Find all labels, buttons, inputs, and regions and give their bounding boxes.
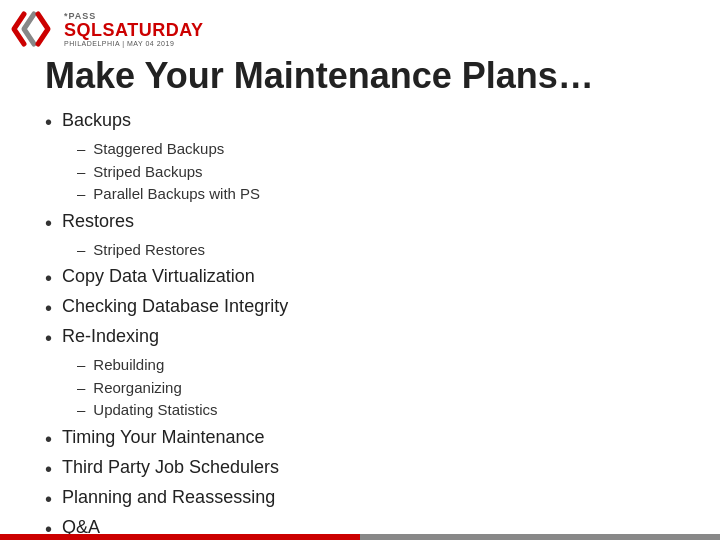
bullet-item-restores: •Restores [45, 209, 700, 237]
sub-label-parallel-backups: Parallel Backups with PS [93, 183, 260, 206]
sub-dash: – [77, 183, 85, 206]
sub-dash: – [77, 399, 85, 422]
sub-dash: – [77, 161, 85, 184]
bullet-label-re-indexing: Re-Indexing [62, 324, 159, 349]
bullet-label-planning-reassessing: Planning and Reassessing [62, 485, 275, 510]
bullet-dot: • [45, 485, 52, 513]
bullet-dot: • [45, 264, 52, 292]
bullet-label-copy-data-virt: Copy Data Virtualization [62, 264, 255, 289]
bullet-dot: • [45, 294, 52, 322]
bullet-item-checking-db-integrity: •Checking Database Integrity [45, 294, 700, 322]
sub-label-rebuilding: Rebuilding [93, 354, 164, 377]
content-area: •Backups–Staggered Backups–Striped Backu… [45, 108, 700, 540]
sub-items-backups: –Staggered Backups–Striped Backups–Paral… [77, 138, 700, 206]
bullet-item-planning-reassessing: •Planning and Reassessing [45, 485, 700, 513]
logo-area: *PASS SQLSATURDAY PHILADELPHIA | MAY 04 … [10, 10, 204, 48]
sqlsaturday-label: SQLSATURDAY [64, 21, 204, 39]
location-label: PHILADELPHIA | MAY 04 2019 [64, 40, 204, 47]
sub-item-staggered-backups: –Staggered Backups [77, 138, 700, 161]
logo-chevron-icon [10, 10, 58, 48]
bottom-bar [0, 534, 720, 540]
bullet-dot: • [45, 455, 52, 483]
logo-text: *PASS SQLSATURDAY PHILADELPHIA | MAY 04 … [64, 11, 204, 47]
sub-label-reorganizing: Reorganizing [93, 377, 181, 400]
bullet-label-third-party-schedulers: Third Party Job Schedulers [62, 455, 279, 480]
sub-label-staggered-backups: Staggered Backups [93, 138, 224, 161]
sub-dash: – [77, 239, 85, 262]
bullet-item-third-party-schedulers: •Third Party Job Schedulers [45, 455, 700, 483]
sub-items-re-indexing: –Rebuilding–Reorganizing–Updating Statis… [77, 354, 700, 422]
sub-label-striped-backups: Striped Backups [93, 161, 202, 184]
bullet-dot: • [45, 209, 52, 237]
sub-item-striped-restores: –Striped Restores [77, 239, 700, 262]
sub-label-updating-statistics: Updating Statistics [93, 399, 217, 422]
sub-label-striped-restores: Striped Restores [93, 239, 205, 262]
page-title: Make Your Maintenance Plans… [45, 55, 700, 97]
bullet-item-copy-data-virt: •Copy Data Virtualization [45, 264, 700, 292]
bullet-label-backups: Backups [62, 108, 131, 133]
sub-item-reorganizing: –Reorganizing [77, 377, 700, 400]
sub-item-rebuilding: –Rebuilding [77, 354, 700, 377]
bullet-dot: • [45, 425, 52, 453]
bullet-label-restores: Restores [62, 209, 134, 234]
sub-item-parallel-backups: –Parallel Backups with PS [77, 183, 700, 206]
sub-dash: – [77, 377, 85, 400]
bullet-label-timing-maintenance: Timing Your Maintenance [62, 425, 264, 450]
bullet-item-re-indexing: •Re-Indexing [45, 324, 700, 352]
bullet-dot: • [45, 108, 52, 136]
sub-item-updating-statistics: –Updating Statistics [77, 399, 700, 422]
sub-dash: – [77, 354, 85, 377]
bullet-dot: • [45, 324, 52, 352]
bullet-label-checking-db-integrity: Checking Database Integrity [62, 294, 288, 319]
bullet-item-timing-maintenance: •Timing Your Maintenance [45, 425, 700, 453]
sub-item-striped-backups: –Striped Backups [77, 161, 700, 184]
sub-items-restores: –Striped Restores [77, 239, 700, 262]
sub-dash: – [77, 138, 85, 161]
bullet-item-backups: •Backups [45, 108, 700, 136]
